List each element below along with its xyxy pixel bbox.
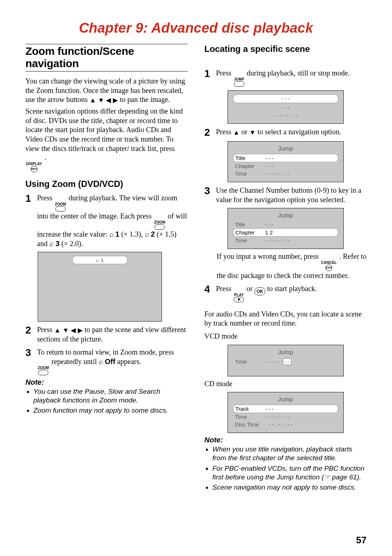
right-step-4: 4 Press PLAY or OK to start playback. xyxy=(204,284,367,302)
arrow-up-icon: ▲ xyxy=(90,97,96,104)
osd-row-chapter: Chapter- - - xyxy=(233,162,338,170)
magnify-icon: ⌕ xyxy=(109,230,114,238)
arrow-down-icon: ▼ xyxy=(249,129,256,136)
arrow-right-icon: ▶ xyxy=(113,97,118,104)
zoom-level-2: 2 xyxy=(151,230,155,238)
osd-header: Jump xyxy=(233,145,338,152)
osd-row-title: Title- - - xyxy=(233,221,338,228)
step-number: 4 xyxy=(204,284,212,302)
jump-key-icon: JUMP xyxy=(234,78,244,87)
osd-row-time: Time- - : - - : - - xyxy=(233,237,338,244)
osd-header: Jump xyxy=(233,212,338,219)
right-step-2: 2 Press ▲ or ▼ to select a navigation op… xyxy=(204,127,367,138)
left-step-1: 1 Press ZOOM during playback. The view w… xyxy=(25,193,188,248)
text: Press xyxy=(216,69,233,77)
right-step-3: 3 Use the Channel Number buttons (0-9) t… xyxy=(204,186,367,204)
section-title: Zoom function/Scene navigation xyxy=(25,45,188,70)
using-zoom-title: Using Zoom (DVD/VCD) xyxy=(25,179,188,189)
vcd-mode-label: VCD mode xyxy=(204,332,367,341)
wrong-number-note: If you input a wrong number, press CANCE… xyxy=(217,252,367,281)
jump-osd-blank: - - - - - - - - : - - : - - xyxy=(228,90,344,124)
zoom-key-icon: ZOOM xyxy=(38,366,49,375)
zoom-osd-panel: ⌕ 1 xyxy=(38,252,162,322)
osd-row-chapter: Chapter1 2 xyxy=(233,228,338,237)
zoom-level-1: 1 xyxy=(115,230,119,238)
text: or xyxy=(246,285,254,293)
note-item: Scene navigation may not apply to some d… xyxy=(212,483,367,492)
osd-row-track: Track- - - xyxy=(233,405,338,413)
text: . xyxy=(45,154,46,162)
text: Use the Channel Number buttons (0-9) to … xyxy=(216,186,367,204)
text: To return to normal view, in Zoom mode, … xyxy=(37,348,174,356)
page-number: 57 xyxy=(356,535,367,546)
arrow-down-icon: ▼ xyxy=(98,97,104,104)
key-label: DISPLAY xyxy=(26,162,42,166)
note-item: Zoom function may not apply to some disc… xyxy=(33,406,188,415)
text: to pan the image. xyxy=(120,95,170,103)
step-number: 1 xyxy=(25,193,33,248)
osd-row-disc-time: Disc Time- - : - - : - - xyxy=(233,421,338,428)
step-number: 3 xyxy=(25,348,33,375)
note-item: You can use the Pause, Slow and Search p… xyxy=(33,387,188,405)
osd-row-time: Time- - : - - : - - xyxy=(233,170,338,177)
osd-row: - - - xyxy=(233,94,338,103)
osd-row-time: Time- - : - - : - - xyxy=(233,413,338,421)
note-item: When you use title navigation, playback … xyxy=(212,445,367,463)
text: Press xyxy=(37,326,54,334)
cd-vcd-intro: For audio CDs and Video CDs, you can loc… xyxy=(204,310,367,328)
text: Press xyxy=(37,194,54,202)
text: repeatedly until xyxy=(52,357,99,365)
step-number: 1 xyxy=(204,69,212,87)
left-note-list: You can use the Pause, Slow and Search p… xyxy=(25,387,188,415)
play-key-icon: PLAY xyxy=(234,293,244,302)
text: during playback, still or stop mode. xyxy=(247,69,350,77)
arrow-left-icon: ◀ xyxy=(106,97,111,104)
left-step-3: 3 To return to normal view, in Zoom mode… xyxy=(25,348,188,375)
zoom-osd-indicator: ⌕ 1 xyxy=(72,256,127,264)
magnify-icon: ⌕ xyxy=(49,240,54,248)
magnify-icon: ⌕ xyxy=(145,230,149,238)
step-number: 2 xyxy=(204,127,212,138)
jump-osd-chapter: Jump Title- - - Chapter1 2 Time- - : - -… xyxy=(228,208,344,249)
jump-osd-title: Jump Title- - - Chapter- - - Time- - : -… xyxy=(228,141,344,182)
right-column: Locating a specific scene 1 Press JUMP d… xyxy=(204,44,367,494)
locating-scene-title: Locating a specific scene xyxy=(204,44,367,54)
magnify-icon: ⌕ xyxy=(99,357,103,365)
cancel-key-icon: CANCEL EXIT xyxy=(321,261,337,271)
arrow-left-icon: ◀ xyxy=(71,327,76,334)
text: to start playback. xyxy=(267,285,317,293)
arrow-up-icon: ▲ xyxy=(233,129,240,136)
text: (× 2.0). xyxy=(60,240,83,248)
left-step-2: 2 Press ▲ ▼ ◀ ▶ to pan the scene and vie… xyxy=(25,325,188,344)
osd-row: - - - xyxy=(233,103,338,111)
jump-osd-cd: Jump Track- - - Time- - : - - : - - Disc… xyxy=(228,392,344,433)
note-heading: Note: xyxy=(25,378,188,387)
text: Press xyxy=(216,285,233,293)
play-glyph-icon xyxy=(238,298,241,301)
text: appears. xyxy=(117,357,141,365)
display-key-icon: DISPLAY INFO xyxy=(26,162,42,172)
osd-header: Jump xyxy=(233,396,338,403)
zoom-level-3: 3 xyxy=(56,240,60,248)
note-heading: Note: xyxy=(204,436,367,444)
text: Scene navigation options differ dependin… xyxy=(25,107,183,152)
ok-key-icon: OK xyxy=(254,287,265,295)
right-note-list: When you use title navigation, playback … xyxy=(204,445,367,492)
jump-osd-vcd: Jump Time - - : - - : - - xyxy=(228,345,344,376)
arrow-down-icon: ▼ xyxy=(62,327,69,334)
text: (× 1.3), xyxy=(119,230,145,238)
right-step-1: 1 Press JUMP during playback, still or s… xyxy=(204,69,367,87)
step-number: 3 xyxy=(204,186,212,204)
osd-row-title: Title- - - xyxy=(233,154,338,162)
exit-key-icon: EXIT xyxy=(326,265,332,271)
text: or xyxy=(241,128,249,136)
intro-para-1: You can change the viewing scale of a pi… xyxy=(25,77,188,105)
step-number: 2 xyxy=(25,325,33,344)
osd-time-selection: - - xyxy=(283,358,291,365)
text: to select a navigation option. xyxy=(258,128,342,136)
intro-para-2: Scene navigation options differ dependin… xyxy=(25,107,188,172)
note-item: For PBC-enabled VCDs, turn off the PBC f… xyxy=(212,464,367,482)
osd-header: Jump xyxy=(233,349,338,356)
text: If you input a wrong number, press xyxy=(217,252,320,260)
zoom-off-label: Off xyxy=(105,357,115,365)
